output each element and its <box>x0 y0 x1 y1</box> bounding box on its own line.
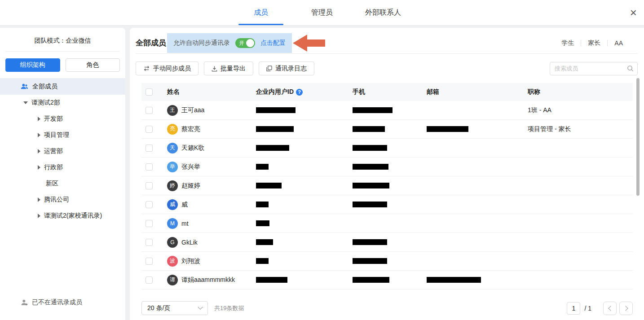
table-row[interactable]: 谭谭娟aaammmmkkk <box>141 271 633 289</box>
sidebar-item-department[interactable]: 运营部 <box>0 143 125 159</box>
column-name: 姓名 <box>167 88 256 96</box>
redacted-user-id <box>256 277 287 283</box>
search-input[interactable] <box>550 62 638 75</box>
column-label: 企业内用户ID <box>256 88 294 96</box>
org-tree: 全部成员 谭测试2部开发部项目管理运营部行政部新区腾讯公司谭测试2(家校通讯录) <box>0 78 125 224</box>
sidebar-item-department[interactable]: 项目管理 <box>0 127 125 143</box>
redacted-user-id <box>256 126 294 132</box>
column-phone: 手机 <box>353 88 427 96</box>
row-checkbox[interactable] <box>146 258 153 265</box>
sidebar-item-department[interactable]: 谭测试2部 <box>0 95 125 111</box>
button-label: 批量导出 <box>221 65 246 73</box>
sidebar-item-department[interactable]: 谭测试2(家校通讯录) <box>0 208 125 224</box>
select-all-checkbox[interactable] <box>146 88 153 96</box>
avatar: 亮 <box>167 124 178 135</box>
page-number-input[interactable] <box>567 302 580 315</box>
org-structure-button[interactable]: 组织架构 <box>5 58 60 72</box>
sidebar-item-department[interactable]: 新区 <box>0 175 125 192</box>
filter-parent[interactable]: 家长 <box>588 39 600 47</box>
department-label: 腾讯公司 <box>44 196 69 204</box>
column-title: 职称 <box>528 88 633 96</box>
sidebar-item-department[interactable]: 腾讯公司 <box>0 192 125 208</box>
column-email: 邮箱 <box>427 88 528 96</box>
role-button[interactable]: 角色 <box>66 58 120 72</box>
auto-sync-toggle[interactable]: 开 <box>235 38 255 48</box>
redacted-phone <box>353 145 387 151</box>
row-checkbox[interactable] <box>146 220 153 227</box>
batch-export-button[interactable]: 批量导出 <box>204 61 253 75</box>
help-icon[interactable]: ? <box>296 89 303 96</box>
chevron-right-icon <box>623 306 628 311</box>
table-row[interactable]: 亮蔡宏亮项目管理 - 家长 <box>141 120 633 139</box>
page-size-value: 20 条/页 <box>147 304 170 312</box>
contact-log-button[interactable]: 通讯录日志 <box>259 61 314 75</box>
caret-collapsed-icon[interactable] <box>38 197 40 202</box>
table-row[interactable]: 波刘翔波 <box>141 252 633 271</box>
row-checkbox[interactable] <box>146 145 153 152</box>
page-size-select[interactable]: 20 条/页 <box>141 301 208 315</box>
caret-collapsed-icon[interactable] <box>38 214 40 218</box>
tab-admins[interactable]: 管理员 <box>291 0 353 25</box>
avatar: 天 <box>167 143 178 153</box>
member-name: 天籁K歌 <box>181 144 204 152</box>
redacted-user-id <box>256 183 282 188</box>
row-checkbox[interactable] <box>146 182 153 189</box>
divider <box>581 40 581 46</box>
filter-aa[interactable]: AA <box>614 39 623 47</box>
team-mode-label: 团队模式：企业微信 <box>0 28 125 51</box>
member-name: 刘翔波 <box>181 257 200 265</box>
row-checkbox[interactable] <box>146 276 153 284</box>
member-title: 项目管理 - 家长 <box>528 125 633 133</box>
column-user-id: 企业内用户ID ? <box>256 88 353 96</box>
sidebar-item-all-members[interactable]: 全部成员 <box>0 78 125 95</box>
table-row[interactable]: GGkLik <box>141 233 633 252</box>
row-checkbox[interactable] <box>146 107 153 114</box>
toggle-on-label: 开 <box>239 39 244 47</box>
sidebar-item-former-members[interactable]: 已不在通讯录成员 <box>0 298 125 320</box>
avatar: 波 <box>167 256 178 267</box>
caret-collapsed-icon[interactable] <box>38 165 40 170</box>
tab-external-contacts[interactable]: 外部联系人 <box>353 0 414 25</box>
department-label: 谭测试2部 <box>31 99 60 107</box>
row-checkbox[interactable] <box>146 163 153 171</box>
table-row[interactable]: 威威 <box>141 195 633 214</box>
chevron-left-icon <box>608 306 613 311</box>
scrollbar-thumb[interactable] <box>636 78 640 196</box>
caret-collapsed-icon[interactable] <box>38 149 40 153</box>
table-row[interactable]: 王王可aaa1班 - AA <box>141 101 633 120</box>
avatar: 谭 <box>167 275 178 285</box>
filter-student[interactable]: 学生 <box>561 39 574 47</box>
row-checkbox[interactable] <box>146 239 153 246</box>
config-link[interactable]: 点击配置 <box>260 39 286 47</box>
redacted-user-id <box>256 239 273 245</box>
table-row[interactable]: Mmt <box>141 214 633 233</box>
row-checkbox[interactable] <box>146 126 153 133</box>
list-footer: 20 条/页 共19条数据 / 1 <box>141 301 633 315</box>
manual-sync-button[interactable]: 手动同步成员 <box>136 61 198 75</box>
table-row[interactable]: 举张兴举 <box>141 158 633 176</box>
sidebar-item-department[interactable]: 开发部 <box>0 111 125 127</box>
pagination: / 1 <box>567 302 633 315</box>
sidebar: 团队模式：企业微信 组织架构 角色 全部成员 谭测试2部开发部项目管理运营部行政… <box>0 28 125 320</box>
caret-collapsed-icon[interactable] <box>38 133 40 137</box>
auto-sync-banner: 允许自动同步通讯录 开 点击配置 <box>167 33 292 53</box>
table-row[interactable]: 天天籁K歌 <box>141 139 633 158</box>
close-icon[interactable]: × <box>630 0 637 25</box>
table-row[interactable]: 婷赵娅婷 <box>141 176 633 195</box>
members-panel: 全部成员 允许自动同步通讯录 开 点击配置 学生 家长 AA <box>130 28 644 320</box>
redacted-phone <box>353 164 388 170</box>
redacted-phone <box>353 239 387 245</box>
avatar: 王 <box>167 105 178 116</box>
row-checkbox[interactable] <box>146 201 153 208</box>
sidebar-item-department[interactable]: 行政部 <box>0 159 125 175</box>
member-name: 威 <box>181 201 188 209</box>
next-page-button[interactable] <box>619 302 633 315</box>
caret-collapsed-icon[interactable] <box>38 117 40 121</box>
member-name: 蔡宏亮 <box>181 125 200 133</box>
tab-members[interactable]: 成员 <box>230 0 291 25</box>
department-label: 项目管理 <box>44 131 69 139</box>
prev-page-button[interactable] <box>603 302 617 315</box>
avatar: 婷 <box>167 180 178 191</box>
toolbar: 手动同步成员 批量导出 通讯录日志 <box>136 61 638 75</box>
caret-expanded-icon[interactable] <box>23 101 28 104</box>
